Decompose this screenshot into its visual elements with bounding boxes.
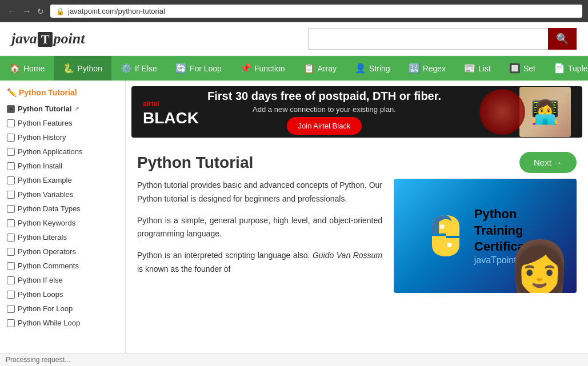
bullet-icon xyxy=(7,148,15,156)
nav-home-label: Home xyxy=(23,64,45,73)
sidebar-item-operators[interactable]: Python Operators xyxy=(0,244,125,259)
sidebar-item-keywords[interactable]: Python Keywords xyxy=(0,216,125,230)
nav-string[interactable]: 👤 String xyxy=(346,56,399,81)
content-text: Python tutorial provides basic and advan… xyxy=(137,179,382,293)
site-header: javaTpoint 🔍 xyxy=(0,22,588,56)
bullet-icon xyxy=(7,134,15,142)
sidebar-item-ifelse[interactable]: Python If else xyxy=(0,273,125,287)
set-icon: 🔲 xyxy=(509,63,521,74)
nav-function-label: Function xyxy=(254,64,285,73)
cert-person: 👩 xyxy=(502,179,577,293)
bullet-icon xyxy=(7,319,15,327)
nav-function[interactable]: 📌 Function xyxy=(231,56,294,81)
logo-point: point xyxy=(53,30,85,47)
home-icon: 🏠 xyxy=(9,63,21,74)
browser-chrome: ← → ↻ 🔒 javatpoint.com/python-tutorial xyxy=(0,0,588,22)
nav-set[interactable]: 🔲 Set xyxy=(500,56,545,81)
bullet-icon xyxy=(7,291,15,299)
sidebar-item-applications[interactable]: Python Applications xyxy=(0,144,125,159)
url-text: javatpoint.com/python-tutorial xyxy=(68,7,165,15)
lock-icon: 🔒 xyxy=(56,7,65,15)
paragraph-2: Python is a simple, general purpose, hig… xyxy=(137,214,382,242)
sidebar-item-install[interactable]: Python Install xyxy=(0,159,125,173)
nav-tuple[interactable]: 📄 Tuple xyxy=(545,56,588,81)
nav-regex[interactable]: 🔣 Regex xyxy=(399,56,455,81)
nav-ifelse-label: If Else xyxy=(135,64,157,73)
airtel-brand: airtel BLACK xyxy=(143,97,199,127)
nav-array[interactable]: 📋 Array xyxy=(294,56,346,81)
bullet-icon xyxy=(7,219,15,227)
pencil-icon: ✏️ xyxy=(7,88,17,97)
nav-ifelse[interactable]: ⚙️ If Else xyxy=(111,56,166,81)
ad-banner[interactable]: airtel BLACK First 30 days free of postp… xyxy=(131,86,582,138)
nav-python-label: Python xyxy=(77,64,102,73)
content-area: airtel BLACK First 30 days free of postp… xyxy=(126,81,588,366)
sidebar: ✏️ Python Tutorial ■ Python Tutorial ↗ P… xyxy=(0,81,126,366)
search-container: 🔍 xyxy=(308,28,577,50)
nav-set-label: Set xyxy=(523,64,535,73)
sidebar-item-variables[interactable]: Python Variables xyxy=(0,187,125,202)
next-button[interactable]: Next → xyxy=(519,152,577,173)
page-title: Python Tutorial xyxy=(137,154,253,172)
bullet-icon xyxy=(7,119,15,127)
list-icon: 📰 xyxy=(464,63,475,74)
address-bar: 🔒 javatpoint.com/python-tutorial xyxy=(50,5,582,18)
bullet-icon xyxy=(7,276,15,284)
bullet-icon xyxy=(7,191,15,199)
sidebar-item-tutorial[interactable]: ■ Python Tutorial ↗ xyxy=(0,102,125,116)
forward-button[interactable]: → xyxy=(21,6,33,17)
ad-person-image: 👩‍💻 xyxy=(519,87,571,137)
nav-array-label: Array xyxy=(318,64,337,73)
content-header: Python Tutorial Next → xyxy=(126,143,588,179)
reload-button[interactable]: ↻ xyxy=(35,7,46,16)
search-input[interactable] xyxy=(308,28,548,50)
nav-forloop-label: For Loop xyxy=(190,64,222,73)
forloop-icon: 🔄 xyxy=(175,63,187,74)
site-logo[interactable]: javaTpoint xyxy=(11,30,85,47)
svg-point-1 xyxy=(447,243,451,247)
content-body: Python tutorial provides basic and advan… xyxy=(126,179,588,293)
search-button[interactable]: 🔍 xyxy=(548,28,577,50)
nav-string-label: String xyxy=(369,64,390,73)
python-icon: 🐍 xyxy=(63,63,74,74)
sidebar-item-features[interactable]: Python Features xyxy=(0,116,125,130)
sidebar-item-history[interactable]: Python History xyxy=(0,130,125,144)
bullet-icon: ■ xyxy=(7,105,15,113)
status-bar: Processing request... xyxy=(0,353,588,366)
nav-list[interactable]: 📰 List xyxy=(455,56,500,81)
cert-person-figure: 👩 xyxy=(507,242,571,293)
bullet-icon xyxy=(7,248,15,256)
sidebar-item-literals[interactable]: Python Literals xyxy=(0,230,125,244)
sidebar-item-forloop[interactable]: Python For Loop xyxy=(0,301,125,316)
sidebar-item-loops[interactable]: Python Loops xyxy=(0,287,125,301)
sidebar-item-datatypes[interactable]: Python Data Types xyxy=(0,202,125,216)
airtel-logo: airtel xyxy=(143,97,199,109)
back-button[interactable]: ← xyxy=(6,6,18,17)
status-text: Processing request... xyxy=(6,356,70,364)
main-layout: ✏️ Python Tutorial ■ Python Tutorial ↗ P… xyxy=(0,81,588,366)
paragraph-3: Python is an interpreted scripting langu… xyxy=(137,249,382,276)
guido-italic: Guido Van Rossum xyxy=(313,251,382,260)
paragraph-1: Python tutorial provides basic and advan… xyxy=(137,179,382,206)
sidebar-item-comments[interactable]: Python Comments xyxy=(0,259,125,273)
nav-bar: 🏠 Home 🐍 Python ⚙️ If Else 🔄 For Loop 📌 … xyxy=(0,56,588,81)
bullet-icon xyxy=(7,262,15,270)
cert-image: PythonTrainingCertification javaTpoint 👩 xyxy=(394,179,577,293)
nav-python[interactable]: 🐍 Python xyxy=(54,56,111,81)
ad-sub-text: Add a new connection to your existing pl… xyxy=(207,105,441,114)
bullet-icon xyxy=(7,234,15,242)
tuple-icon: 📄 xyxy=(554,63,565,74)
ifelse-icon: ⚙️ xyxy=(121,63,132,74)
regex-icon: 🔣 xyxy=(409,63,420,74)
ad-left: airtel BLACK First 30 days free of postp… xyxy=(143,90,441,135)
sidebar-item-whileloop[interactable]: Python While Loop xyxy=(0,316,125,330)
nav-home[interactable]: 🏠 Home xyxy=(0,56,54,81)
bullet-icon xyxy=(7,305,15,313)
join-btn[interactable]: Join Airtel Black xyxy=(287,117,362,135)
function-icon: 📌 xyxy=(240,63,251,74)
python-logo-svg xyxy=(423,213,469,259)
browser-nav-buttons[interactable]: ← → ↻ xyxy=(6,6,46,17)
string-icon: 👤 xyxy=(355,63,366,74)
nav-forloop[interactable]: 🔄 For Loop xyxy=(166,56,231,81)
sidebar-item-example[interactable]: Python Example xyxy=(0,173,125,187)
